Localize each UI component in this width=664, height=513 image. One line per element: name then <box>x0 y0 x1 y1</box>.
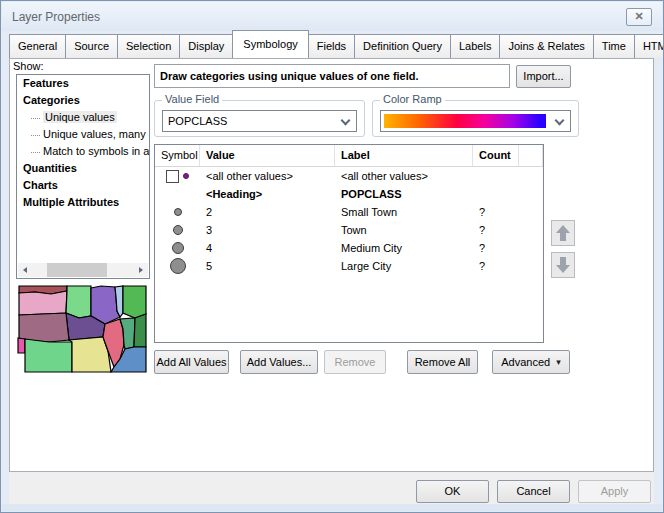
chevron-down-icon <box>341 116 351 126</box>
chevron-down-icon <box>555 116 565 126</box>
column-header-symbol[interactable]: Symbol <box>155 145 200 166</box>
tree-item-features[interactable]: Features <box>17 75 149 92</box>
table-header: Symbol Value Label Count <box>155 145 543 167</box>
symbol-dot <box>174 208 182 216</box>
value-field-selected: POPCLASS <box>168 111 227 131</box>
tree-item-charts[interactable]: Charts <box>17 177 149 194</box>
move-down-button[interactable] <box>551 252 575 278</box>
value-cell: 4 <box>200 242 335 254</box>
ok-button[interactable]: OK <box>416 480 489 503</box>
tab-source[interactable]: Source <box>65 34 118 58</box>
map-state-polygon <box>123 286 146 318</box>
symbol-cell[interactable] <box>155 258 200 274</box>
dialog-button-bar: OK Cancel Apply <box>9 472 654 506</box>
table-row-heading[interactable]: <Heading> POPCLASS <box>155 185 543 203</box>
tab-definition-query[interactable]: Definition Query <box>354 34 451 58</box>
tree-horizontal-scrollbar[interactable] <box>18 263 148 277</box>
column-header-label[interactable]: Label <box>335 145 473 166</box>
count-cell: ? <box>473 206 519 218</box>
scroll-left-icon[interactable] <box>18 263 33 277</box>
tab-symbology[interactable]: Symbology <box>232 30 308 58</box>
table-row[interactable]: 2 Small Town ? <box>155 203 543 221</box>
map-state-polygon <box>19 291 67 315</box>
all-other-values-checkbox[interactable] <box>166 170 179 183</box>
symbol-cell[interactable] <box>155 208 200 216</box>
table-row[interactable]: 5 Large City ? <box>155 257 543 275</box>
remove-all-button[interactable]: Remove All <box>407 350 478 374</box>
tab-joins-relates[interactable]: Joins & Relates <box>499 34 593 58</box>
close-button[interactable]: ✕ <box>626 8 652 26</box>
tab-general[interactable]: General <box>9 34 66 58</box>
tree-item-quantities[interactable]: Quantities <box>17 160 149 177</box>
symbol-cell[interactable] <box>155 242 200 254</box>
tree-item-categories[interactable]: Categories <box>17 92 149 109</box>
tree-item-multiple-attributes[interactable]: Multiple Attributes <box>17 194 149 211</box>
move-up-button[interactable] <box>551 220 575 246</box>
label-cell: Small Town <box>335 206 473 218</box>
tab-display[interactable]: Display <box>179 34 233 58</box>
add-all-values-button[interactable]: Add All Values <box>154 350 229 374</box>
count-cell: ? <box>473 242 519 254</box>
tab-labels[interactable]: Labels <box>450 34 500 58</box>
label-cell: <all other values> <box>335 170 473 182</box>
symbol-dot <box>183 173 189 179</box>
label-cell: POPCLASS <box>335 188 473 200</box>
map-state-polygon <box>19 313 69 342</box>
color-ramp-caption: Color Ramp <box>380 93 445 105</box>
label-cell: Medium City <box>335 242 473 254</box>
tab-fields[interactable]: Fields <box>308 34 355 58</box>
tree-item-unique-values[interactable]: Unique values <box>17 109 149 126</box>
add-values-button[interactable]: Add Values... <box>240 350 318 374</box>
value-cell: <Heading> <box>200 188 335 200</box>
table-row[interactable]: 4 Medium City ? <box>155 239 543 257</box>
count-cell: ? <box>473 224 519 236</box>
column-header-count[interactable]: Count <box>473 145 519 166</box>
titlebar: Layer Properties ✕ <box>2 2 662 31</box>
arrow-up-icon <box>556 225 570 241</box>
method-description: Draw categories using unique values of o… <box>154 64 510 88</box>
tab-strip: General Source Selection Display Symbolo… <box>9 34 664 58</box>
tab-selection[interactable]: Selection <box>117 34 180 58</box>
color-ramp-group: Color Ramp <box>372 100 579 137</box>
column-header-spacer <box>519 145 543 166</box>
symbol-dot <box>170 258 186 274</box>
remove-button[interactable]: Remove <box>324 350 386 374</box>
map-state-polygon <box>134 314 146 347</box>
tab-html-popup[interactable]: HTML Popup <box>634 34 664 58</box>
tree-item-unique-values-many[interactable]: Unique values, many <box>17 126 149 143</box>
column-header-value[interactable]: Value <box>200 145 335 166</box>
map-preview <box>17 285 147 373</box>
close-icon: ✕ <box>634 10 643 22</box>
show-tree-list: Features Categories Unique values Unique… <box>16 74 150 279</box>
tree-connector <box>31 118 40 119</box>
color-ramp-dropdown[interactable] <box>380 110 571 132</box>
scrollbar-thumb[interactable] <box>47 263 107 277</box>
dropdown-arrow-icon: ▾ <box>556 351 561 373</box>
symbol-cell[interactable] <box>155 225 200 235</box>
value-field-dropdown[interactable]: POPCLASS <box>162 110 357 132</box>
apply-button[interactable]: Apply <box>578 480 651 503</box>
value-cell: 2 <box>200 206 335 218</box>
scrollbar-track[interactable] <box>33 263 133 277</box>
tree-item-match-symbols[interactable]: Match to symbols in a <box>17 143 149 160</box>
map-state-polygon <box>25 339 72 372</box>
table-row[interactable]: <all other values> <all other values> <box>155 167 543 185</box>
value-cell: 5 <box>200 260 335 272</box>
count-cell: ? <box>473 260 519 272</box>
symbol-dot <box>173 225 183 235</box>
symbol-cell[interactable] <box>155 170 200 183</box>
table-row[interactable]: 3 Town ? <box>155 221 543 239</box>
symbol-table: Symbol Value Label Count <all other valu… <box>154 144 544 343</box>
scroll-right-icon[interactable] <box>133 263 148 277</box>
symbol-dot <box>172 242 184 254</box>
tab-time[interactable]: Time <box>593 34 635 58</box>
symbology-tab-page: Show: Features Categories Unique values … <box>9 58 654 472</box>
arrow-down-icon <box>556 257 570 273</box>
advanced-button[interactable]: Advanced▾ <box>492 350 570 374</box>
show-label: Show: <box>13 60 44 72</box>
cancel-button[interactable]: Cancel <box>497 480 570 503</box>
layer-properties-dialog: Layer Properties ✕ General Source Select… <box>0 0 664 513</box>
value-cell: 3 <box>200 224 335 236</box>
window-bottom-edge <box>2 504 662 511</box>
import-button[interactable]: Import... <box>516 65 571 88</box>
